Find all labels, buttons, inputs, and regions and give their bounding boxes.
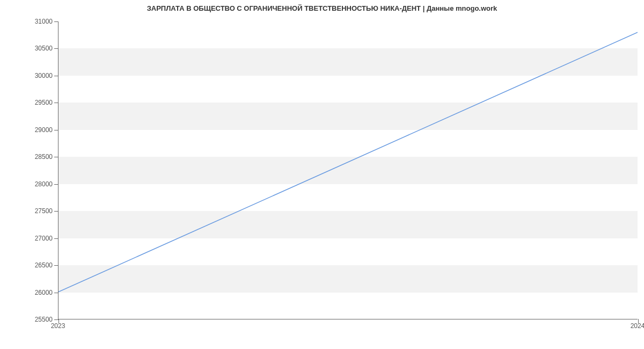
y-tick xyxy=(54,319,58,320)
y-tick xyxy=(54,265,58,266)
y-tick-label: 29500 xyxy=(10,99,53,106)
y-tick-label: 29000 xyxy=(10,126,53,134)
y-tick-label: 30500 xyxy=(10,45,53,52)
y-tick xyxy=(54,130,58,130)
y-tick xyxy=(54,293,58,293)
chart-area xyxy=(58,21,638,319)
y-tick-label: 27500 xyxy=(10,207,53,215)
y-tick-label: 26500 xyxy=(10,261,53,269)
x-tick xyxy=(638,319,639,323)
y-tick-label: 30000 xyxy=(10,72,53,79)
line-series xyxy=(58,21,638,319)
y-tick xyxy=(54,48,58,49)
y-tick xyxy=(54,76,58,76)
y-tick-label: 27000 xyxy=(10,235,53,242)
y-tick-label: 26000 xyxy=(10,289,53,296)
x-tick-label: 2023 xyxy=(51,322,65,330)
x-tick-label: 2024 xyxy=(631,322,644,330)
y-tick xyxy=(54,21,58,22)
y-tick-label: 25500 xyxy=(10,316,53,323)
y-tick xyxy=(54,238,58,239)
x-tick xyxy=(58,319,59,323)
y-tick xyxy=(54,211,58,212)
y-tick xyxy=(54,184,58,185)
y-tick xyxy=(54,157,58,157)
y-tick-label: 28000 xyxy=(10,180,53,188)
y-tick-label: 28500 xyxy=(10,153,53,161)
y-tick xyxy=(54,103,58,103)
data-line xyxy=(58,32,638,292)
plot-area xyxy=(58,21,638,319)
y-tick-label: 31000 xyxy=(10,18,53,25)
chart-title: ЗАРПЛАТА В ОБЩЕСТВО С ОГРАНИЧЕННОЙ ТВЕТС… xyxy=(0,4,644,12)
